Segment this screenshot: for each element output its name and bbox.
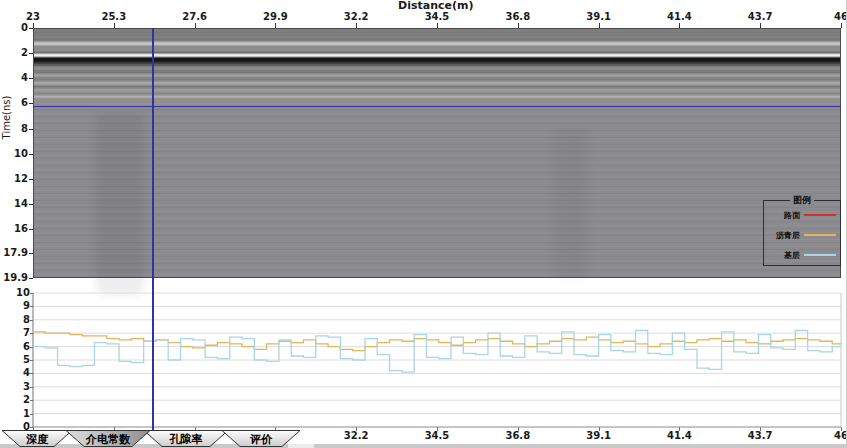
tab-porosity-label[interactable]: 孔隙率 xyxy=(169,433,203,446)
legend-swatch xyxy=(804,254,836,256)
legend-item-label: 基层 xyxy=(768,250,800,261)
legend-item: 基层 xyxy=(768,249,836,261)
tab-evaluation-label[interactable]: 评价 xyxy=(249,433,273,446)
gpr-analysis-window: Distance(m) 2325.327.629.932.234.536.839… xyxy=(0,0,847,448)
legend-item-label: 路面 xyxy=(768,210,800,221)
legend-item: 路面 xyxy=(768,209,836,221)
crosshair-vertical[interactable] xyxy=(152,28,154,431)
tab-strip: 深度孔隙率评价介电常数 xyxy=(0,430,847,448)
tab-dielectric-constant-label[interactable]: 介电常数 xyxy=(85,433,131,446)
legend-item: 沥青层 xyxy=(768,229,836,241)
legend-swatch xyxy=(804,234,836,236)
crosshair-horizontal[interactable] xyxy=(33,106,841,107)
legend-item-label: 沥青层 xyxy=(768,230,800,241)
legend-swatch xyxy=(804,214,836,216)
series-基层 xyxy=(33,331,841,373)
legend-title: 图例 xyxy=(790,194,814,207)
dielectric-chart[interactable] xyxy=(0,0,847,448)
legend-box: 图例 路面沥青层基层 xyxy=(763,200,841,266)
tab-depth-label[interactable]: 深度 xyxy=(26,433,49,446)
